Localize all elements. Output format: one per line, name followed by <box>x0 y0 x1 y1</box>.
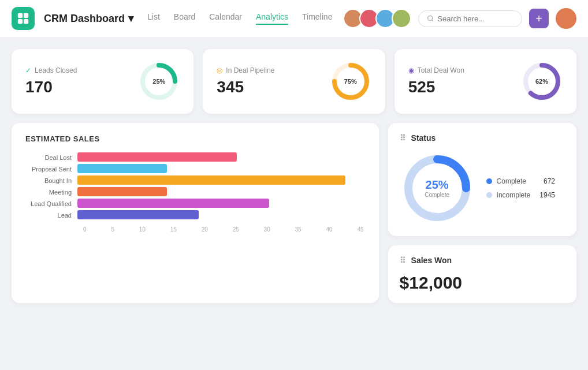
bar-label: Lead <box>25 212 77 219</box>
legend-value: 672 <box>544 177 555 185</box>
header-right: + <box>343 8 576 29</box>
kpi-0-value: 170 <box>25 78 77 96</box>
kpi-total-deal-won: ◉ Total Deal Won 525 62% <box>395 49 576 114</box>
bar-label: Deal Lost <box>25 154 77 161</box>
nav-item-calendar[interactable]: Calendar <box>209 12 242 25</box>
kpi-row: ✓ Leads Closed 170 25% ◎ <box>12 49 576 114</box>
bar-fill <box>77 187 167 196</box>
right-panels: ⠿ Status 25% Complete <box>388 123 576 303</box>
bar-chart-row: Bought In <box>25 175 365 186</box>
bar-track <box>77 187 365 197</box>
nav-item-timeline[interactable]: Timeline <box>302 12 332 25</box>
x-tick: 5 <box>111 226 114 233</box>
bar-track <box>77 164 365 174</box>
legend-dot <box>486 192 492 198</box>
x-tick: 30 <box>264 226 270 233</box>
x-tick: 15 <box>170 226 177 233</box>
header: CRM Dashboard ▾ List Board Calendar Anal… <box>0 0 588 38</box>
add-button-label: + <box>535 12 542 25</box>
status-drag-icon: ⠿ <box>400 133 407 143</box>
kpi-leads-closed: ✓ Leads Closed 170 25% <box>12 49 193 114</box>
bar-fill <box>77 175 345 185</box>
kpi-in-deal-pipeline: ◎ In Deal Pipeline 345 75% <box>203 49 385 114</box>
nav-item-list[interactable]: List <box>147 12 160 25</box>
bar-label: Proposal Sent <box>25 166 77 173</box>
bar-chart-row: Meeting <box>25 187 365 197</box>
kpi-2-label: Total Deal Won <box>418 66 464 74</box>
svg-point-4 <box>428 16 433 20</box>
sales-won-panel: ⠿ Sales Won $12,000 <box>388 245 576 303</box>
user-avatars <box>343 9 411 28</box>
legend-item: Complete 672 <box>486 177 555 185</box>
title-dropdown-icon[interactable]: ▾ <box>128 12 133 25</box>
sales-won-title: Sales Won <box>411 256 452 265</box>
status-donut-text: Complete <box>425 192 449 198</box>
legend-value: 1945 <box>539 191 555 199</box>
svg-rect-2 <box>18 19 23 24</box>
bar-track <box>77 199 365 209</box>
status-donut: 25% Complete <box>400 151 475 226</box>
status-content: 25% Complete Complete 672 Incomplete 194… <box>400 151 565 226</box>
avatar-4 <box>392 9 411 28</box>
bar-label: Bought In <box>25 177 77 184</box>
svg-rect-0 <box>18 13 23 18</box>
search-icon <box>427 14 434 23</box>
svg-rect-1 <box>24 13 28 18</box>
x-tick: 40 <box>326 226 333 233</box>
bar-chart-row: Deal Lost <box>25 152 365 163</box>
kpi-2-donut: 62% <box>521 61 563 102</box>
status-donut-pct: 25% <box>425 178 449 192</box>
svg-rect-3 <box>24 19 28 24</box>
bar-fill <box>77 152 237 162</box>
bar-chart-row: Lead <box>25 210 365 220</box>
x-tick: 35 <box>295 226 302 233</box>
bar-chart-row: Lead Qualified <box>25 199 365 209</box>
app-title: CRM Dashboard ▾ <box>44 12 133 25</box>
leads-check-icon: ✓ <box>25 66 31 74</box>
x-axis: 051015202530354045 <box>83 226 365 233</box>
kpi-0-donut: 25% <box>138 61 180 102</box>
x-tick: 20 <box>202 226 208 233</box>
add-button[interactable]: + <box>529 9 549 28</box>
bar-track <box>77 175 365 186</box>
bar-fill <box>77 164 167 173</box>
search-box <box>418 10 522 27</box>
bar-label: Meeting <box>25 189 77 196</box>
app-logo <box>12 7 35 30</box>
bar-chart-row: Proposal Sent <box>25 164 365 174</box>
svg-line-5 <box>432 20 433 21</box>
nav-item-analytics[interactable]: Analytics <box>256 12 288 25</box>
bar-track <box>77 152 365 163</box>
kpi-1-donut: 75% <box>330 61 371 102</box>
bottom-row: ESTIMATED SALES Deal Lost Proposal Sent … <box>12 123 576 303</box>
kpi-2-value: 525 <box>408 78 464 96</box>
search-input[interactable] <box>437 14 513 23</box>
main-nav: List Board Calendar Analytics Timeline <box>147 12 332 25</box>
sales-won-value: $12,000 <box>400 273 565 293</box>
profile-avatar[interactable] <box>556 8 576 29</box>
bar-label: Lead Qualified <box>25 200 77 207</box>
estimated-sales-panel: ESTIMATED SALES Deal Lost Proposal Sent … <box>12 123 379 303</box>
x-tick: 0 <box>83 226 87 233</box>
x-tick: 45 <box>357 226 363 233</box>
legend-dot <box>486 178 492 184</box>
bar-fill <box>77 210 199 219</box>
main-content: ✓ Leads Closed 170 25% ◎ <box>0 38 588 315</box>
status-panel: ⠿ Status 25% Complete <box>388 123 576 236</box>
nav-item-board[interactable]: Board <box>174 12 195 25</box>
kpi-1-value: 345 <box>217 78 274 96</box>
x-tick: 10 <box>139 226 146 233</box>
status-donut-label: 25% Complete <box>425 178 449 198</box>
legend-label: Complete <box>497 177 534 185</box>
x-tick: 25 <box>233 226 239 233</box>
status-legend: Complete 672 Incomplete 1945 <box>486 177 555 199</box>
deal-clock-icon: ◎ <box>217 66 222 74</box>
chart-title: ESTIMATED SALES <box>25 134 365 143</box>
status-title: Status <box>411 133 436 143</box>
sales-drag-icon: ⠿ <box>400 256 407 265</box>
kpi-2-donut-label: 62% <box>535 78 548 85</box>
kpi-1-donut-label: 75% <box>344 78 357 85</box>
kpi-0-label: Leads Closed <box>35 66 77 74</box>
kpi-1-label: In Deal Pipeline <box>226 66 274 74</box>
legend-label: Incomplete <box>497 191 531 199</box>
